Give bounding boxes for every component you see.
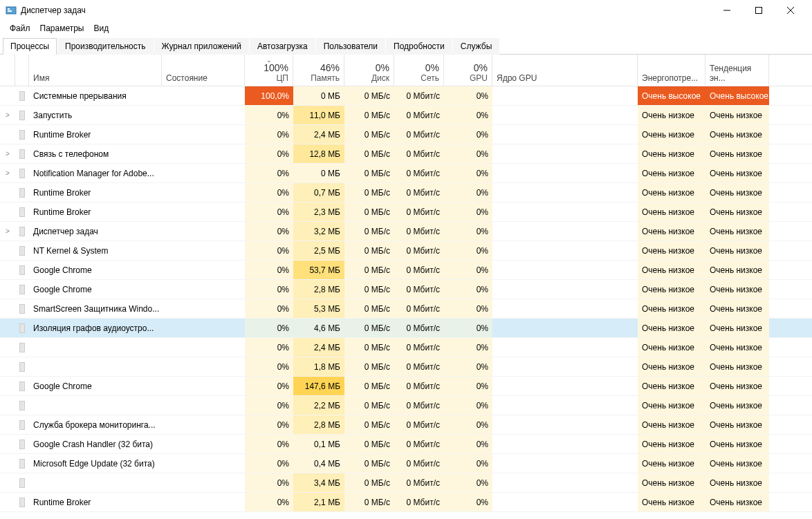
col-expander — [0, 55, 15, 86]
gpu-core-value — [492, 435, 638, 453]
menu-file[interactable]: Файл — [6, 22, 35, 35]
gpu-core-value — [492, 377, 638, 395]
gpu-value: 0% — [444, 280, 492, 299]
power-trend-value: Очень низкое — [705, 299, 769, 318]
gpu-value: 0% — [444, 338, 492, 357]
power-value: Очень низкое — [638, 377, 705, 395]
col-status[interactable]: Состояние — [162, 55, 245, 86]
table-row[interactable]: Runtime Broker0%2,3 МБ0 МБ/с0 Мбит/с0%Оч… — [0, 202, 812, 222]
table-row[interactable]: >Запустить0%11,0 МБ0 МБ/с0 Мбит/с0%Очень… — [0, 106, 812, 125]
col-power[interactable]: Энергопотре... — [638, 55, 705, 86]
memory-value: 0 МБ — [293, 164, 344, 182]
cpu-value: 0% — [245, 493, 293, 511]
expand-toggle — [0, 86, 15, 105]
gpu-core-value — [492, 261, 638, 279]
table-row[interactable]: >Связь с телефоном0%12,8 МБ0 МБ/с0 Мбит/… — [0, 144, 812, 164]
table-row[interactable]: Runtime Broker0%2,1 МБ0 МБ/с0 Мбит/с0%Оч… — [0, 493, 812, 512]
menu-options[interactable]: Параметры — [36, 22, 89, 35]
network-value: 0 Мбит/с — [394, 183, 444, 202]
col-power-trend[interactable]: Тенденция эн... — [705, 55, 769, 86]
table-row[interactable]: 0%3,4 МБ0 МБ/с0 Мбит/с0%Очень низкоеОчен… — [0, 473, 812, 493]
process-status — [162, 454, 245, 473]
tab-services[interactable]: Службы — [453, 38, 499, 55]
process-status — [162, 299, 245, 318]
gpu-value: 0% — [444, 357, 492, 376]
memory-value: 3,4 МБ — [293, 473, 344, 492]
table-row[interactable]: Google Chrome0%147,6 МБ0 МБ/с0 Мбит/с0%О… — [0, 377, 812, 396]
table-row[interactable]: >Диспетчер задач0%3,2 МБ0 МБ/с0 Мбит/с0%… — [0, 222, 812, 241]
tabbar: Процессы Производительность Журнал прило… — [0, 37, 812, 55]
table-row[interactable]: Google Chrome0%53,7 МБ0 МБ/с0 Мбит/с0%Оч… — [0, 261, 812, 280]
tab-app-history[interactable]: Журнал приложений — [154, 38, 249, 55]
cpu-value: 0% — [245, 183, 293, 202]
expand-toggle — [0, 473, 15, 492]
process-name: Google Crash Handler (32 бита) — [29, 435, 162, 453]
process-name: Изоляция графов аудиоустро... — [29, 319, 162, 337]
expand-toggle[interactable]: > — [0, 164, 15, 182]
disk-value: 0 МБ/с — [344, 106, 394, 124]
table-row[interactable]: >Notification Manager for Adobe...0%0 МБ… — [0, 164, 812, 183]
table-row[interactable]: Изоляция графов аудиоустро...0%4,6 МБ0 М… — [0, 319, 812, 338]
process-icon — [15, 86, 29, 105]
power-trend-value: Очень низкое — [705, 415, 769, 434]
col-cpu[interactable]: ⌄ 100% ЦП — [245, 55, 293, 86]
process-icon — [15, 144, 29, 163]
table-row[interactable]: Google Chrome0%2,8 МБ0 МБ/с0 Мбит/с0%Оче… — [0, 280, 812, 299]
col-network[interactable]: 0% Сеть — [394, 55, 444, 86]
table-row[interactable]: Runtime Broker0%0,7 МБ0 МБ/с0 Мбит/с0%Оч… — [0, 183, 812, 202]
disk-value: 0 МБ/с — [344, 280, 394, 299]
gpu-value: 0% — [444, 106, 492, 124]
minimize-button[interactable] — [711, 0, 743, 21]
process-status — [162, 144, 245, 163]
tab-startup[interactable]: Автозагрузка — [250, 38, 315, 55]
table-row[interactable]: Runtime Broker0%2,4 МБ0 МБ/с0 Мбит/с0%Оч… — [0, 125, 812, 144]
col-name[interactable]: Имя — [29, 55, 162, 86]
expand-toggle[interactable]: > — [0, 106, 15, 124]
gpu-core-value — [492, 106, 638, 124]
process-status — [162, 338, 245, 357]
table-row[interactable]: NT Kernel & System0%2,5 МБ0 МБ/с0 Мбит/с… — [0, 241, 812, 261]
gpu-core-value — [492, 415, 638, 434]
table-row[interactable]: SmartScreen Защитника Windo...0%5,3 МБ0 … — [0, 299, 812, 319]
table-row[interactable]: 0%2,2 МБ0 МБ/с0 Мбит/с0%Очень низкоеОчен… — [0, 396, 812, 415]
table-row[interactable]: 0%2,4 МБ0 МБ/с0 Мбит/с0%Очень низкоеОчен… — [0, 338, 812, 357]
power-value: Очень низкое — [638, 183, 705, 202]
window-title: Диспетчер задач — [21, 6, 711, 15]
memory-value: 3,2 МБ — [293, 222, 344, 240]
col-gpu-core[interactable]: Ядро GPU — [492, 55, 638, 86]
col-gpu[interactable]: 0% GPU — [444, 55, 492, 86]
tab-users[interactable]: Пользователи — [316, 38, 385, 55]
close-button[interactable] — [775, 0, 806, 21]
table-row[interactable]: Системные прерывания100,0%0 МБ0 МБ/с0 Мб… — [0, 86, 812, 106]
cpu-value: 0% — [245, 319, 293, 337]
table-row[interactable]: 0%1,8 МБ0 МБ/с0 Мбит/с0%Очень низкоеОчен… — [0, 357, 812, 377]
cpu-value: 0% — [245, 435, 293, 453]
tab-details[interactable]: Подробности — [386, 38, 452, 55]
table-row[interactable]: Служба брокера мониторинга...0%2,8 МБ0 М… — [0, 415, 812, 435]
process-status — [162, 106, 245, 124]
process-status — [162, 435, 245, 453]
power-trend-value: Очень низкое — [705, 144, 769, 163]
power-trend-value: Очень высокое — [705, 86, 769, 105]
process-status — [162, 473, 245, 492]
expand-toggle — [0, 241, 15, 260]
process-name: Google Chrome — [29, 261, 162, 279]
tab-processes[interactable]: Процессы — [3, 38, 57, 55]
table-row[interactable]: Microsoft Edge Update (32 бита)0%0,4 МБ0… — [0, 454, 812, 473]
expand-toggle[interactable]: > — [0, 222, 15, 240]
menu-view[interactable]: Вид — [89, 22, 113, 35]
expand-toggle[interactable]: > — [0, 144, 15, 163]
power-value: Очень низкое — [638, 493, 705, 511]
maximize-button[interactable] — [743, 0, 775, 21]
network-value: 0 Мбит/с — [394, 241, 444, 260]
process-icon — [15, 222, 29, 240]
table-row[interactable]: Google Crash Handler (32 бита)0%0,1 МБ0 … — [0, 435, 812, 454]
network-value: 0 Мбит/с — [394, 125, 444, 144]
expand-toggle — [0, 125, 15, 144]
disk-value: 0 МБ/с — [344, 415, 394, 434]
network-value: 0 Мбит/с — [394, 202, 444, 221]
process-icon — [15, 261, 29, 279]
tab-performance[interactable]: Производительность — [57, 38, 153, 55]
col-disk[interactable]: 0% Диск — [344, 55, 394, 86]
col-memory[interactable]: 46% Память — [293, 55, 344, 86]
